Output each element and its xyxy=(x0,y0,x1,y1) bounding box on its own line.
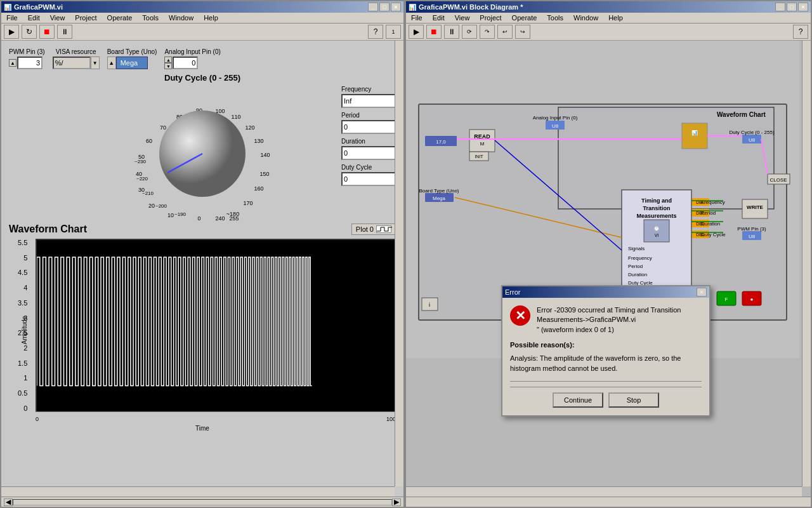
left-toolbar: ▶ ↻ ⏹ ⏸ ? 1 xyxy=(1,23,403,41)
y-label-4: 3.5 xyxy=(18,299,27,307)
r-abort-btn[interactable]: ⏹ xyxy=(426,25,442,39)
r-step4-btn[interactable]: ↪ xyxy=(515,25,530,39)
r-step3-btn[interactable]: ↩ xyxy=(497,25,513,39)
scroll-right-btn[interactable]: ▶ xyxy=(392,498,401,506)
right-titlebar: 📊 GraficaPWM.vi Block Diagram * _ □ × xyxy=(406,1,811,13)
right-maximize[interactable]: □ xyxy=(787,3,797,11)
period-control: Period 0 xyxy=(341,112,398,134)
menu-operate[interactable]: Operate xyxy=(105,13,135,22)
y-label-2: 4.5 xyxy=(18,269,27,276)
run-btn[interactable]: ▶ xyxy=(4,25,19,39)
analog-input-dec[interactable]: ▼ xyxy=(164,63,172,69)
svg-text:140: 140 xyxy=(260,152,270,158)
block-diagram-content: Waveform Chart 📊 17,0 READ M INIT xyxy=(406,41,811,497)
frequency-control: Frequency Inf xyxy=(341,86,398,108)
context-help-btn[interactable]: 1 xyxy=(386,25,401,39)
svg-text:WRITE: WRITE xyxy=(747,204,763,210)
y-label-0: 5.5 xyxy=(18,239,27,246)
r-menu-operate[interactable]: Operate xyxy=(509,13,540,22)
error-icon-row: ✕ Error -20309 occurred at Timing and Tr… xyxy=(510,305,702,335)
waveform-canvas xyxy=(37,240,402,411)
close-btn[interactable]: × xyxy=(391,3,401,11)
svg-text:Duration: Duration xyxy=(628,272,647,277)
r-menu-tools[interactable]: Tools xyxy=(544,13,566,22)
knob-section: Duty Cycle (0 - 255) 0 10 20 30 40 50 xyxy=(11,73,393,224)
y-label-1: 5 xyxy=(18,254,27,262)
r-menu-window[interactable]: Window xyxy=(571,13,601,22)
knob-container[interactable]: 0 10 20 30 40 50 60 70 80 90 100 xyxy=(133,84,272,224)
scroll-left-btn[interactable]: ◀ xyxy=(4,498,13,506)
scrollbar-horizontal[interactable] xyxy=(1,486,395,497)
knob-svg: 0 10 20 30 40 50 60 70 80 90 100 xyxy=(133,84,272,224)
analog-input-inc[interactable]: ▲ xyxy=(164,57,172,63)
error-titlebar: Error × xyxy=(502,286,709,298)
r-menu-help[interactable]: Help xyxy=(606,13,625,22)
menu-project[interactable]: Project xyxy=(72,13,99,22)
board-type-inc[interactable]: ▲ xyxy=(107,57,116,69)
svg-text:Mega: Mega xyxy=(433,196,446,201)
svg-text:⏱️: ⏱️ xyxy=(653,225,660,231)
analog-input-group: Analog Input Pin (0) ▲ ▼ 0 xyxy=(164,48,220,69)
visa-resource-value[interactable]: %/ xyxy=(53,57,91,69)
pwm-pin-value[interactable]: 3 xyxy=(17,57,43,69)
duty-cycle-value[interactable]: 0 xyxy=(341,172,398,186)
r-menu-file[interactable]: File xyxy=(409,13,425,22)
menu-help[interactable]: Help xyxy=(201,13,221,22)
svg-text:Signals: Signals xyxy=(628,246,645,251)
visa-dropdown-arrow[interactable]: ▼ xyxy=(91,57,100,69)
menu-tools[interactable]: Tools xyxy=(140,13,161,22)
r-help-btn[interactable]: ? xyxy=(793,25,808,39)
minimize-btn[interactable]: _ xyxy=(368,3,378,11)
board-type-group: Board Type (Uno) ▲ Mega xyxy=(107,48,157,69)
right-scrollbar-h[interactable] xyxy=(406,486,802,497)
svg-text:📊: 📊 xyxy=(691,130,698,136)
r-run-btn[interactable]: ▶ xyxy=(409,25,424,39)
menu-window[interactable]: Window xyxy=(166,13,196,22)
period-value[interactable]: 0 xyxy=(341,120,398,134)
error-message: Error -20309 occurred at Timing and Tran… xyxy=(537,305,702,335)
scrollbar-vertical[interactable] xyxy=(395,41,403,486)
duration-control: Duration 0 xyxy=(341,138,398,160)
svg-text:Timing and: Timing and xyxy=(641,197,672,204)
pwm-pin-increment[interactable]: ▲ xyxy=(9,59,16,67)
r-menu-project[interactable]: Project xyxy=(477,13,504,22)
chart-outer: Amplitude 5.5 5 4.5 4 3.5 3 2.5 2 1.5 xyxy=(9,236,396,424)
right-win-controls: _ □ × xyxy=(775,3,808,11)
right-minimize[interactable]: _ xyxy=(775,3,785,11)
stop-button[interactable]: Stop xyxy=(608,392,659,408)
r-menu-view[interactable]: View xyxy=(452,13,473,22)
menu-file[interactable]: File xyxy=(4,13,20,22)
right-title-area: 📊 GraficaPWM.vi Block Diagram * xyxy=(409,3,523,11)
scrollbar-track[interactable] xyxy=(13,499,392,505)
help-btn[interactable]: ? xyxy=(368,25,383,39)
r-menu-edit[interactable]: Edit xyxy=(430,13,447,22)
svg-text:PWM Pin (3): PWM Pin (3) xyxy=(737,226,766,232)
time-label: Time xyxy=(9,425,396,432)
analog-input-value[interactable]: 0 xyxy=(173,57,198,69)
error-buttons: Continue Stop xyxy=(510,387,702,408)
plot-icon xyxy=(376,225,391,233)
frequency-value[interactable]: Inf xyxy=(341,94,398,108)
right-scrollbar-v[interactable] xyxy=(802,41,811,486)
right-close[interactable]: × xyxy=(798,3,808,11)
svg-text:150: 150 xyxy=(259,171,269,177)
svg-text:~200: ~200 xyxy=(155,203,167,209)
pwm-pin-input: ▲ 3 xyxy=(9,57,45,69)
error-close-btn[interactable]: × xyxy=(697,288,707,297)
abort-btn[interactable]: ⏹ xyxy=(39,25,55,39)
svg-text:~230: ~230 xyxy=(134,159,147,164)
r-step-btn[interactable]: ⟳ xyxy=(462,25,477,39)
menu-edit[interactable]: Edit xyxy=(25,13,43,22)
possible-reasons-label: Possible reason(s): xyxy=(510,341,702,349)
run-cont-btn[interactable]: ↻ xyxy=(22,25,37,39)
plot-selector[interactable]: Plot 0 xyxy=(351,224,396,235)
r-pause-btn[interactable]: ⏸ xyxy=(444,25,459,39)
duration-value[interactable]: 0 xyxy=(341,146,398,160)
maximize-btn[interactable]: □ xyxy=(379,3,390,11)
pause-btn[interactable]: ⏸ xyxy=(57,25,72,39)
menu-view[interactable]: View xyxy=(48,13,68,22)
board-type-value[interactable]: Mega xyxy=(116,57,148,69)
continue-button[interactable]: Continue xyxy=(553,392,603,408)
error-icon: ✕ xyxy=(510,305,530,326)
r-step2-btn[interactable]: ↷ xyxy=(480,25,495,39)
